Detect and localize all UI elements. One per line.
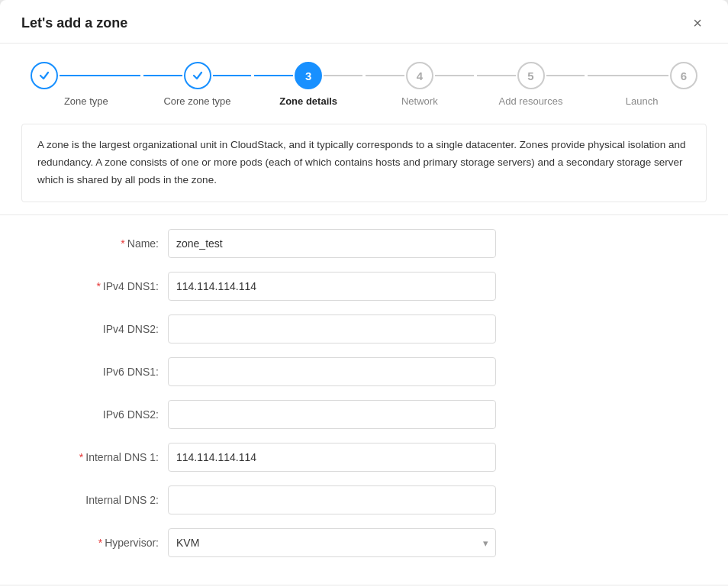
step-item-4: 4Network <box>364 62 475 107</box>
step-line-right-1 <box>60 75 140 76</box>
step-circle-3: 3 <box>295 62 322 89</box>
step-line-4 <box>366 75 404 76</box>
form-label-internal-dns-2: Internal DNS 2: <box>0 494 168 506</box>
add-zone-dialog: Let's add a zone × Zone typeCore zone ty… <box>0 0 728 587</box>
select-wrap-hypervisor: KVMVMwareXenServerHyper-V▾ <box>168 528 496 557</box>
step-circle-1 <box>31 62 58 89</box>
form-label-ipv4-dns2: IPv4 DNS2: <box>0 323 168 335</box>
step-item-2: Core zone type <box>142 62 253 107</box>
step-label-1: Zone type <box>64 95 108 107</box>
required-mark: * <box>98 537 102 549</box>
input-ipv6-dns2[interactable] <box>168 400 496 429</box>
info-box: A zone is the largest organizational uni… <box>21 124 707 202</box>
step-line-right-4 <box>435 75 474 76</box>
step-line-right-5 <box>546 75 585 76</box>
form-row: *Internal DNS 1: <box>0 443 697 472</box>
form-row: *Hypervisor:KVMVMwareXenServerHyper-V▾ <box>0 528 697 557</box>
step-circle-5: 5 <box>517 62 545 89</box>
input-ipv4-dns1[interactable] <box>168 272 496 301</box>
input-ipv4-dns2[interactable] <box>168 314 496 343</box>
step-label-4: Network <box>401 95 438 107</box>
form-inner: *Name:*IPv4 DNS1:IPv4 DNS2:IPv6 DNS1:IPv… <box>0 215 728 585</box>
form-label-ipv4-dns1: *IPv4 DNS1: <box>0 280 168 292</box>
select-hypervisor[interactable]: KVMVMwareXenServerHyper-V <box>168 528 496 557</box>
step-label-3: Zone details <box>279 95 337 107</box>
step-circle-4: 4 <box>406 62 433 89</box>
input-internal-dns-2[interactable] <box>168 485 496 514</box>
step-item-5: 5Add resources <box>475 62 587 107</box>
form-row: IPv4 DNS2: <box>0 314 697 343</box>
form-row: Internal DNS 2: <box>0 485 697 514</box>
step-item-6: 6Launch <box>586 62 697 107</box>
form-scroll-container: *Name:*IPv4 DNS1:IPv4 DNS2:IPv6 DNS1:IPv… <box>0 214 728 585</box>
step-line-right-2 <box>213 75 252 76</box>
dialog-header: Let's add a zone × <box>0 0 728 44</box>
input-ipv6-dns1[interactable] <box>168 357 496 386</box>
required-mark: * <box>79 451 83 463</box>
form-row: IPv6 DNS2: <box>0 400 697 429</box>
step-label-6: Launch <box>626 95 659 107</box>
step-label-2: Core zone type <box>163 95 230 107</box>
step-label-5: Add resources <box>499 95 563 107</box>
step-item-1: Zone type <box>31 62 142 107</box>
form-label-ipv6-dns2: IPv6 DNS2: <box>0 408 168 421</box>
required-mark: * <box>96 280 100 292</box>
form-row: *IPv4 DNS1: <box>0 272 697 301</box>
step-line-5 <box>477 75 516 76</box>
info-text: A zone is the largest organizational uni… <box>37 139 686 185</box>
input-name[interactable] <box>168 229 496 258</box>
form-label-internal-dns-1: *Internal DNS 1: <box>0 451 168 463</box>
form-label-ipv6-dns1: IPv6 DNS1: <box>0 366 168 378</box>
step-circle-2 <box>184 62 211 89</box>
form-row: *Name: <box>0 229 697 258</box>
input-internal-dns-1[interactable] <box>168 443 496 472</box>
form-label-hypervisor: *Hypervisor: <box>0 537 168 549</box>
stepper: Zone typeCore zone type3Zone details4Net… <box>0 44 728 114</box>
step-line-3 <box>254 75 293 76</box>
form-label-name: *Name: <box>0 237 168 250</box>
step-circle-6: 6 <box>670 62 697 89</box>
step-line-6 <box>588 75 668 76</box>
step-line-right-3 <box>324 75 362 76</box>
step-line-2 <box>143 75 182 76</box>
dialog-title: Let's add a zone <box>21 15 127 31</box>
close-button[interactable]: × <box>688 14 707 32</box>
step-item-3: 3Zone details <box>253 62 364 107</box>
required-mark: * <box>121 237 124 250</box>
form-row: IPv6 DNS1: <box>0 357 697 386</box>
